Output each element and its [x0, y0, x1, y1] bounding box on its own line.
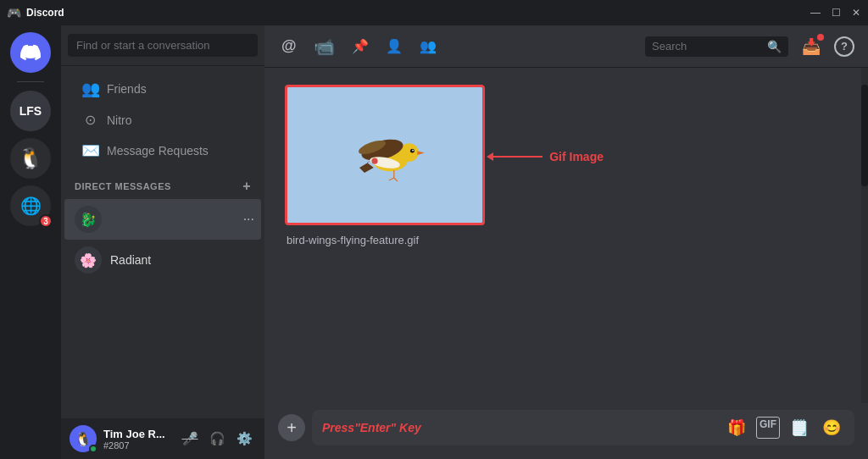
gif-annotation: Gif Image — [492, 150, 604, 163]
chat-area: Gif Image bird-wings-flying-feature.gif — [264, 68, 861, 403]
app-icon: 🎮 — [7, 6, 21, 19]
inbox-button[interactable]: 📥 — [798, 34, 824, 59]
search-bar-area — [61, 25, 264, 66]
bird-image — [334, 117, 436, 193]
close-button[interactable]: ✕ — [851, 8, 861, 18]
help-button[interactable]: ? — [834, 36, 854, 57]
message-input-placeholder[interactable]: Press"Enter" Key — [322, 421, 724, 434]
online-status-dot — [89, 445, 97, 453]
search-icon[interactable]: 🔍 — [767, 40, 782, 53]
dm-name-radiant: Radiant — [110, 253, 254, 267]
main-content: @ 📹 📌 👤 👥 🔍 📥 ? — [264, 25, 868, 459]
gif-display — [287, 87, 482, 223]
toolbar: @ 📹 📌 👤 👥 🔍 📥 ? — [264, 25, 868, 68]
svg-point-12 — [371, 158, 377, 164]
svg-line-11 — [394, 178, 398, 181]
user-bar: 🐧 Tim Joe R... #2807 🎤 🎧 ⚙️ — [61, 418, 264, 459]
server-icon-cloud[interactable]: 🌐 3 — [10, 185, 51, 226]
nitro-icon: ⊙ — [81, 112, 98, 128]
user-info: Tim Joe R... #2807 — [103, 428, 171, 451]
dm-list-header: DIRECT MESSAGES + — [61, 174, 264, 199]
gif-wrapper — [285, 85, 485, 225]
message-input-box: Press"Enter" Key 🎁 GIF 🗒️ 😊 — [312, 410, 854, 445]
minimize-button[interactable]: — — [810, 8, 821, 18]
settings-button[interactable]: ⚙️ — [232, 427, 256, 451]
friends-icon: 👥 — [81, 80, 98, 98]
add-attachment-button[interactable]: + — [278, 414, 305, 441]
dm-nav: 👥 Friends ⊙ Nitro ✉️ Message Requests — [61, 66, 264, 174]
server-badge: 3 — [39, 214, 53, 228]
app-title: Discord — [26, 7, 805, 19]
maximize-button[interactable]: ☐ — [831, 8, 841, 18]
server-icon-penguin[interactable]: 🐧 — [10, 138, 51, 179]
dm-avatar-1: 🐉 — [75, 206, 102, 233]
search-input[interactable] — [652, 40, 762, 53]
mute-button[interactable]: 🎤 — [178, 427, 202, 451]
gif-annotation-text: Gif Image — [549, 150, 604, 163]
sidebar-item-message-requests[interactable]: ✉️ Message Requests — [68, 135, 258, 167]
friends-label: Friends — [107, 82, 147, 96]
find-conversation-input[interactable] — [68, 34, 258, 57]
mention-button[interactable]: @ — [278, 34, 300, 58]
add-friend-button[interactable]: 👤 — [382, 35, 406, 58]
dm-sidebar: 👥 Friends ⊙ Nitro ✉️ Message Requests DI… — [61, 25, 264, 459]
dm-item-radiant[interactable]: 🌸 Radiant — [64, 240, 261, 280]
video-call-button[interactable]: 📹 — [310, 33, 338, 60]
scrollbar-thumb[interactable] — [861, 85, 868, 186]
svg-line-10 — [389, 178, 394, 180]
server-list: LFS 🐧 🌐 3 — [0, 25, 61, 459]
nitro-label: Nitro — [107, 113, 132, 127]
toolbar-search: 🔍 — [645, 36, 788, 57]
svg-marker-2 — [417, 151, 424, 155]
pin-button[interactable]: 📌 — [348, 35, 372, 58]
input-action-buttons: 🎁 GIF 🗒️ 😊 — [724, 417, 844, 439]
dm-add-button[interactable]: + — [242, 179, 251, 194]
gift-button[interactable]: 🎁 — [724, 417, 749, 439]
user-avatar: 🐧 — [70, 425, 97, 452]
dm-item-1[interactable]: 🐉 ··· — [64, 199, 261, 240]
user-tag: #2807 — [103, 440, 171, 451]
svg-point-4 — [412, 150, 414, 152]
dm-options-1[interactable]: ··· — [243, 212, 254, 227]
sidebar-item-nitro[interactable]: ⊙ Nitro — [68, 105, 258, 135]
dm-avatar-radiant: 🌸 — [75, 246, 102, 274]
username: Tim Joe R... — [103, 428, 171, 440]
gif-button[interactable]: GIF — [756, 417, 780, 439]
gif-annotation-arrow — [492, 156, 542, 158]
right-scrollbar[interactable] — [861, 68, 868, 403]
message-input-area: + Press"Enter" Key 🎁 GIF 🗒️ 😊 — [264, 403, 868, 459]
server-icon-lfs[interactable]: LFS — [10, 91, 51, 131]
message-requests-label: Message Requests — [107, 144, 209, 158]
deafen-button[interactable]: 🎧 — [205, 427, 229, 451]
message-container: Gif Image bird-wings-flying-feature.gif — [285, 85, 841, 246]
user-actions: 🎤 🎧 ⚙️ — [178, 427, 256, 451]
sticker-button[interactable]: 🗒️ — [787, 417, 812, 439]
gif-filename: bird-wings-flying-feature.gif — [285, 234, 420, 246]
members-button[interactable]: 👥 — [416, 35, 440, 58]
emoji-button[interactable]: 😊 — [819, 417, 844, 439]
dm-section-label: DIRECT MESSAGES — [75, 181, 171, 191]
sidebar-item-friends[interactable]: 👥 Friends — [68, 73, 258, 105]
message-requests-icon: ✉️ — [81, 141, 98, 160]
server-icon-discord-home[interactable] — [10, 32, 51, 73]
titlebar: 🎮 Discord — ☐ ✕ — [0, 0, 868, 25]
